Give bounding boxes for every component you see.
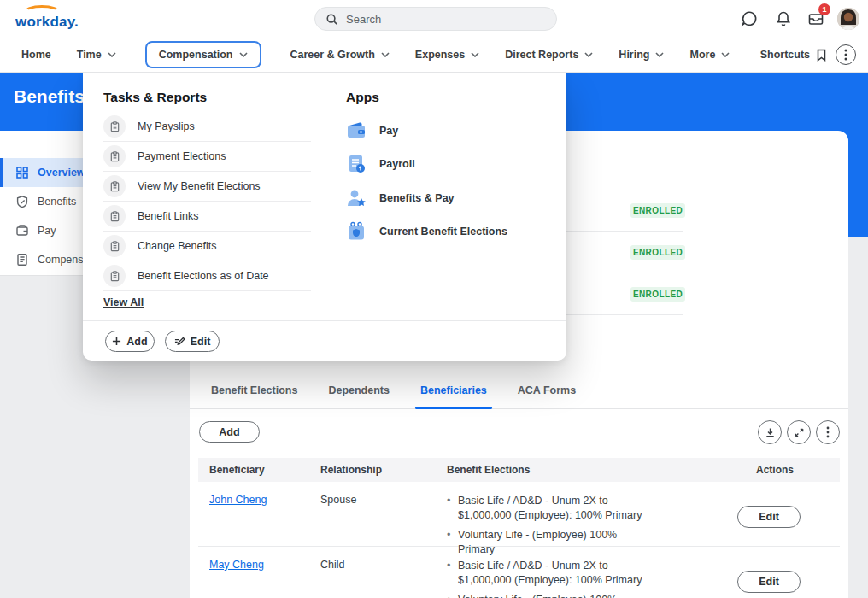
benefits-sidebar: Overview Benefits Pay Compensation [0, 131, 94, 276]
col-benefit-elections: Benefit Elections [447, 464, 756, 476]
beneficiary-link[interactable]: May Cheng [209, 559, 264, 571]
avatar[interactable] [837, 8, 859, 30]
tasks-reports-heading: Tasks & Reports [103, 90, 207, 105]
task-clipboard-icon [103, 115, 126, 138]
search-icon [326, 13, 338, 26]
menu-divider [103, 290, 311, 291]
app-current-benefit-elections[interactable]: Current Benefit Elections [346, 217, 551, 246]
task-clipboard-icon [103, 205, 126, 227]
menu-add-button[interactable]: Add [105, 331, 155, 352]
chevron-down-icon [655, 52, 664, 57]
chat-icon[interactable] [740, 9, 759, 28]
table-row: May Cheng Child Basic Life / AD&D - Unum… [198, 547, 840, 598]
relationship-cell: Child [320, 559, 447, 598]
nav-career-growth[interactable]: Career & Growth [290, 49, 390, 61]
task-clipboard-icon [103, 175, 126, 197]
grid-icon [15, 166, 29, 179]
pay-wallet-icon [346, 120, 367, 141]
compensation-menu-panel: Tasks & Reports My Payslips Payment Elec… [83, 73, 566, 361]
menu-item-view-my-benefit-elections[interactable]: View My Benefit Elections [103, 172, 360, 201]
add-beneficiary-button[interactable]: Add [199, 421, 260, 443]
menu-item-my-payslips[interactable]: My Payslips [103, 112, 360, 141]
nav-compensation[interactable]: Compensation [145, 41, 261, 68]
nav-direct-reports[interactable]: Direct Reports [505, 49, 593, 61]
kebab-icon [826, 426, 830, 438]
bookmark-icon [816, 49, 827, 62]
task-clipboard-icon [103, 145, 126, 167]
kebab-icon [844, 49, 847, 61]
chevron-down-icon [381, 52, 390, 57]
beneficiary-link[interactable]: John Cheng [209, 494, 267, 506]
status-badge: ENROLLED [630, 245, 685, 260]
col-actions: Actions [756, 464, 840, 476]
payroll-doc-icon [346, 154, 367, 174]
edit-beneficiary-button[interactable]: Edit [737, 571, 801, 593]
menu-item-benefit-links[interactable]: Benefit Links [103, 202, 360, 231]
sidebar-item-compensation[interactable]: Compensation [0, 245, 94, 274]
shield-icon [15, 195, 29, 208]
view-all-link[interactable]: View All [103, 296, 144, 308]
table-row: John Cheng Spouse Basic Life / AD&D - Un… [198, 482, 840, 547]
expand-button[interactable] [787, 420, 811, 444]
download-icon [765, 427, 776, 438]
menu-item-benefit-elections-as-of-date[interactable]: Benefit Elections as of Date [103, 261, 360, 290]
badge-shield-icon [346, 221, 367, 242]
menu-edit-button[interactable]: Edit [165, 331, 220, 352]
plus-icon [112, 337, 121, 346]
export-button[interactable] [758, 420, 782, 444]
workday-logo[interactable]: workday. [15, 4, 84, 35]
document-icon [15, 253, 29, 267]
menu-item-payment-elections[interactable]: Payment Elections [103, 142, 360, 171]
col-relationship: Relationship [320, 464, 447, 476]
bell-icon[interactable] [774, 9, 793, 28]
nav-overflow-menu[interactable] [836, 44, 856, 65]
search-input[interactable]: Search [314, 7, 557, 31]
elections-cell: Basic Life / AD&D - Unum 2X to $1,000,00… [447, 559, 756, 598]
page-title: Benefits [14, 86, 85, 107]
expand-icon [794, 427, 805, 438]
app-payroll[interactable]: Payroll [346, 150, 551, 179]
table-header: Beneficiary Relationship Benefit Electio… [198, 458, 840, 482]
table-overflow-menu[interactable] [816, 420, 840, 444]
status-badge: ENROLLED [630, 287, 685, 302]
menu-item-change-benefits[interactable]: Change Benefits [103, 232, 360, 261]
tab-aca-forms[interactable]: ACA Forms [516, 384, 578, 408]
nav-more[interactable]: More [689, 49, 730, 61]
sidebar-item-benefits[interactable]: Benefits [0, 187, 94, 216]
chevron-down-icon [721, 52, 730, 57]
search-placeholder: Search [346, 13, 381, 26]
nav-expenses[interactable]: Expenses [415, 49, 479, 61]
inbox-badge: 1 [818, 3, 830, 15]
edit-pencil-icon [174, 337, 185, 347]
sidebar-item-pay[interactable]: Pay [0, 216, 94, 245]
apps-heading: Apps [346, 90, 379, 105]
top-app-bar: workday. Search 1 [0, 0, 868, 38]
chevron-down-icon [239, 52, 248, 57]
person-star-icon [346, 188, 367, 208]
logo-text: workday. [15, 14, 79, 31]
nav-home[interactable]: Home [21, 49, 51, 61]
tab-beneficiaries[interactable]: Beneficiaries [419, 384, 489, 408]
primary-nav: Home Time Compensation Career & Growth E… [0, 38, 868, 73]
edit-beneficiary-button[interactable]: Edit [737, 506, 801, 528]
tab-dependents[interactable]: Dependents [326, 384, 391, 408]
nav-hiring[interactable]: Hiring [619, 49, 664, 61]
panel-footer-divider [83, 320, 566, 321]
tab-benefit-elections[interactable]: Benefit Elections [209, 384, 299, 408]
shortcuts-button[interactable]: Shortcuts [760, 49, 827, 62]
task-clipboard-icon [103, 235, 126, 257]
chevron-down-icon [584, 52, 593, 57]
app-pay[interactable]: Pay [346, 116, 551, 145]
status-badge: ENROLLED [630, 203, 685, 218]
nav-time[interactable]: Time [77, 49, 116, 61]
wallet-icon [15, 224, 29, 237]
benefits-tabs: Benefit Elections Dependents Beneficiari… [190, 376, 848, 409]
col-beneficiary: Beneficiary [209, 464, 320, 476]
chevron-down-icon [471, 52, 479, 57]
avatar-image [837, 8, 859, 30]
task-clipboard-icon [103, 265, 126, 287]
sidebar-item-overview[interactable]: Overview [0, 158, 94, 187]
app-benefits-pay[interactable]: Benefits & Pay [346, 184, 551, 213]
chevron-down-icon [108, 52, 116, 57]
